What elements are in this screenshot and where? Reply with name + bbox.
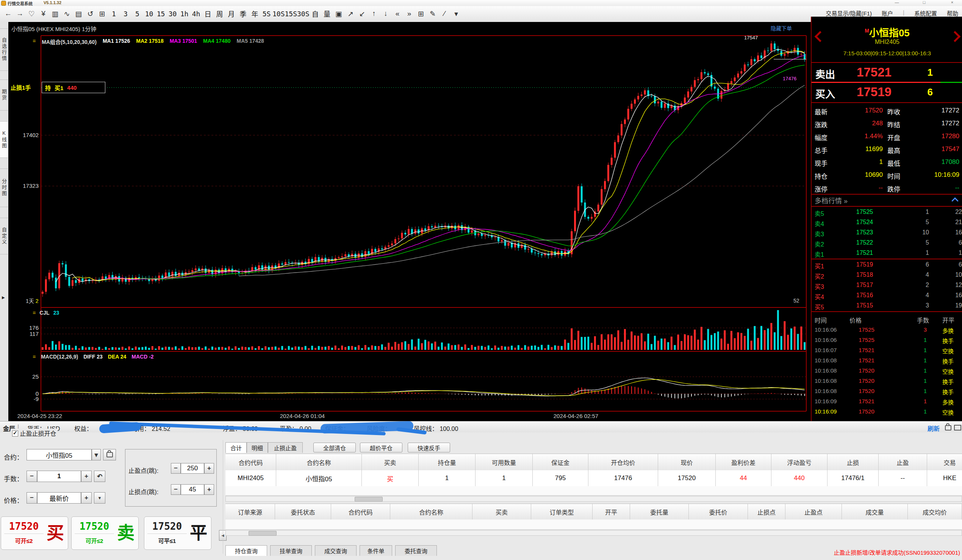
period-button-10S[interactable]: 10S	[273, 7, 285, 20]
contract-select[interactable]: 小恒指05	[26, 449, 92, 460]
tp-sl-checkbox[interactable]: 止盈止损开仓	[11, 429, 58, 438]
query-tab-4[interactable]: 条件单	[360, 545, 392, 556]
menu-item-help[interactable]: 帮助	[947, 9, 958, 17]
scrollbar-thumb[interactable]	[355, 497, 383, 502]
positions-tab-2[interactable]: 明细	[247, 442, 268, 453]
sidebar-tab-2[interactable]: 期货	[0, 79, 8, 111]
tp-input[interactable]: 250	[181, 463, 204, 474]
qty-plus-button[interactable]: +	[81, 471, 92, 482]
bid-price[interactable]: 17519	[846, 85, 902, 99]
orders-hscrollbar[interactable]	[226, 530, 962, 536]
period-button-季[interactable]: 季	[237, 7, 249, 20]
positions-tab-3[interactable]: 止损止盈	[268, 442, 303, 453]
period-button-量[interactable]: 量	[321, 7, 333, 20]
query-tab-5[interactable]: 委托查询	[395, 545, 437, 556]
position-row[interactable]: MHI2405小恒指05买1179517476175204444017476/1…	[226, 470, 962, 486]
monitor-icon[interactable]	[954, 425, 961, 432]
period-button-30S[interactable]: 30S	[297, 7, 310, 20]
favorite-icon[interactable]: ♡	[26, 7, 37, 20]
buy-button[interactable]: 17520可开≤2买	[1, 517, 68, 550]
sidebar-tab-1[interactable]: 自选行情	[0, 28, 8, 71]
period-button-5[interactable]: 5	[131, 7, 143, 20]
depth-row[interactable]: 卖517525122	[812, 207, 962, 217]
price-input[interactable]: 最新价	[37, 492, 81, 504]
menu-item-system-config[interactable]: 系统配置	[914, 9, 937, 17]
quantity-input[interactable]: 1	[37, 471, 81, 482]
action-button-2[interactable]: 超价平仓	[360, 443, 402, 452]
positions-hscrollbar[interactable]	[226, 496, 962, 502]
chart-area[interactable]: 小恒指05 (HKEX MHI2405) 1分钟 隐藏下单 ≡MA组合(5,10…	[8, 22, 811, 421]
sidebar-tab-3[interactable]: K线图	[0, 121, 8, 158]
draw-icon[interactable]: ✎	[427, 7, 439, 20]
kline-canvas[interactable]	[8, 22, 811, 421]
positions-tab-1[interactable]: 合计	[226, 442, 247, 453]
period-button-15S[interactable]: 15S	[285, 7, 297, 20]
orderbook-icon[interactable]: ▤	[73, 7, 84, 20]
query-tab-1[interactable]: 持仓查询	[226, 545, 267, 556]
depth-row[interactable]: 卖3175231016	[812, 228, 962, 238]
menu-item-toggle-trade[interactable]: 交易显示/隐藏(F1)	[826, 9, 872, 17]
tp-minus-button[interactable]: −	[171, 463, 181, 474]
up-icon[interactable]: ↑	[368, 7, 380, 20]
scrollbar-thumb[interactable]	[249, 531, 277, 536]
save-layout-icon[interactable]: ⊞	[96, 7, 108, 20]
depth-row[interactable]: 买217518410	[812, 270, 962, 280]
action-button-1[interactable]: 全部清仓	[313, 443, 356, 452]
depth-section-header[interactable]: 多档行情 »	[815, 195, 847, 205]
period-button-月[interactable]: 月	[226, 7, 237, 20]
zoom-in-icon[interactable]: ↗	[345, 7, 357, 20]
period-button-年[interactable]: 年	[249, 7, 261, 20]
restore-button[interactable]: □	[918, 0, 930, 5]
more-tools-icon[interactable]: ▾	[450, 7, 462, 20]
query-tab-3[interactable]: 成交查询	[315, 545, 357, 556]
period-button-5S[interactable]: 5S	[261, 7, 273, 20]
qty-minus-button[interactable]: −	[26, 471, 37, 482]
order-panel-icon[interactable]: ▣	[333, 7, 345, 20]
sl-minus-button[interactable]: −	[171, 484, 181, 495]
query-tab-2[interactable]: 挂单查询	[270, 545, 312, 556]
depth-row[interactable]: 买417516416	[812, 290, 962, 301]
qty-reset-button[interactable]: ↶	[94, 471, 105, 482]
ask-price[interactable]: 17521	[846, 65, 902, 79]
depth-row[interactable]: 卖21752256	[812, 238, 962, 248]
sell-button[interactable]: 17520可开≤2卖	[71, 517, 139, 550]
price-plus-button[interactable]: +	[81, 492, 92, 504]
period-button-3[interactable]: 3	[120, 7, 131, 20]
contract-lock-button[interactable]	[103, 449, 116, 460]
checkbox-icon[interactable]	[12, 431, 18, 436]
trend-line-icon[interactable]: ∿	[61, 7, 73, 20]
depth-row[interactable]: 卖11752111	[812, 248, 962, 258]
depth-row[interactable]: 买517515319	[812, 301, 962, 311]
sidebar-tab-4[interactable]: 分时图	[0, 169, 8, 207]
lock-icon[interactable]	[945, 425, 951, 432]
period-button-自[interactable]: 自	[310, 7, 321, 20]
refresh-link[interactable]: 刷新	[928, 424, 939, 433]
period-button-10[interactable]: 10	[143, 7, 155, 20]
period-button-30[interactable]: 30	[167, 7, 178, 20]
page-left-icon[interactable]: «	[392, 7, 404, 20]
zoom-out-icon[interactable]: ↙	[357, 7, 368, 20]
tp-plus-button[interactable]: +	[204, 463, 214, 474]
menu-item-account[interactable]: 账户	[882, 9, 893, 17]
grid-layout-icon[interactable]: ⊞	[415, 7, 427, 20]
sl-plus-button[interactable]: +	[204, 484, 214, 495]
period-button-1[interactable]: 1	[108, 7, 120, 20]
depth-row[interactable]: 买317517212	[812, 280, 962, 290]
forward-icon[interactable]: →	[14, 7, 26, 20]
price-minus-button[interactable]: −	[26, 492, 37, 504]
contract-dropdown-icon[interactable]: ▾	[92, 449, 101, 460]
sidebar-tab-5[interactable]: 自定义	[0, 218, 8, 254]
close-button[interactable]: ×	[946, 0, 958, 5]
back-icon[interactable]: ←	[2, 7, 14, 20]
chart-expander-icon[interactable]: ▶	[2, 295, 5, 299]
quote-icon[interactable]: ¥	[37, 7, 49, 20]
line-tool-icon[interactable]: ∕	[439, 7, 450, 20]
price-mode-dropdown-icon[interactable]: ▼	[94, 492, 105, 504]
depth-row[interactable]: 买11751966	[812, 260, 962, 270]
collapse-depth-icon[interactable]	[951, 197, 958, 204]
refresh-icon[interactable]: ↺	[84, 7, 96, 20]
minimize-button[interactable]: —	[891, 0, 902, 5]
period-button-日[interactable]: 日	[202, 7, 214, 20]
page-right-icon[interactable]: »	[404, 7, 415, 20]
period-button-周[interactable]: 周	[214, 7, 226, 20]
